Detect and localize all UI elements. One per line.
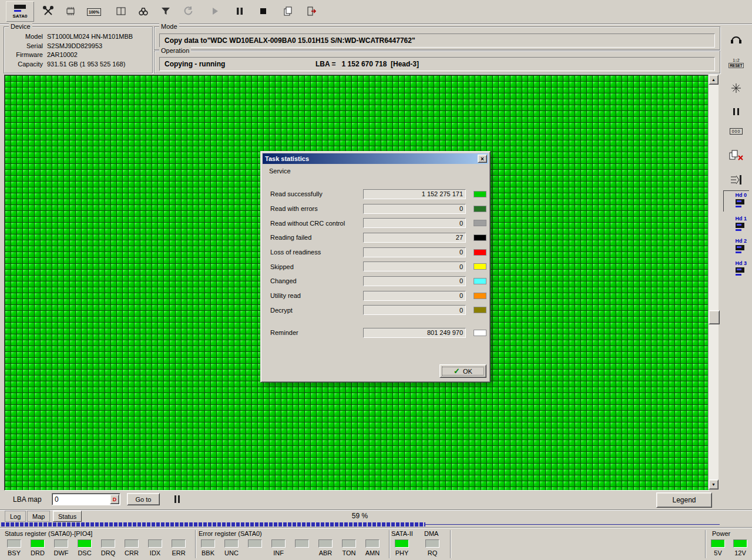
led-5v: 5V bbox=[709, 539, 727, 556]
scroll-down-button[interactable]: ▼ bbox=[709, 479, 719, 489]
stat-color-swatch bbox=[474, 263, 486, 270]
task-statistics-dialog: Task statistics × Service Read successfu… bbox=[260, 151, 491, 383]
hd3-button[interactable]: Hd 3 bbox=[723, 259, 749, 280]
jumper-settings-button[interactable]: 000 bbox=[723, 121, 749, 141]
device-serial-value: S2SMJ9DD829953 bbox=[47, 42, 102, 51]
ton-led bbox=[342, 539, 356, 548]
scroll-up-button[interactable]: ▲ bbox=[709, 75, 719, 85]
hd2-button[interactable]: Hd 2 bbox=[723, 236, 749, 257]
dec-hex-toggle-button[interactable]: D bbox=[110, 494, 119, 504]
legend-button[interactable]: Legend bbox=[656, 492, 712, 508]
hd1-button[interactable]: Hd 1 bbox=[723, 214, 749, 235]
device-panel: Device Model ST1000LM024 HN-M101MBB Seri… bbox=[4, 26, 153, 73]
stat-row-changed: Changed 0 bbox=[270, 274, 486, 289]
view-100-button[interactable]: 100% bbox=[85, 2, 103, 21]
binoculars-icon bbox=[137, 5, 149, 19]
reset-digits: 1↕2 bbox=[733, 58, 739, 63]
led-crr: CRR bbox=[122, 539, 141, 556]
device-field-model: Model ST1000LM024 HN-M101MBB bbox=[9, 32, 150, 42]
cancel-copy-button[interactable] bbox=[723, 146, 749, 166]
power-config-button[interactable] bbox=[723, 79, 749, 99]
stat-value-field: 0 bbox=[363, 291, 466, 301]
exit-door-icon bbox=[306, 5, 317, 19]
power-title: Power bbox=[712, 530, 730, 537]
activity-pause-indicator bbox=[174, 495, 182, 504]
sidebar-pause-button[interactable] bbox=[723, 102, 749, 122]
stat-value-field: 0 bbox=[363, 261, 466, 271]
copy-pages-icon bbox=[282, 5, 294, 19]
led-inf: INF bbox=[269, 539, 288, 556]
stat-color-swatch bbox=[474, 220, 486, 226]
abr-led bbox=[318, 539, 333, 548]
stat-row-read-with-errors: Read with errors 0 bbox=[270, 202, 486, 216]
operation-panel: Operation Copying - running LBA = 1 152 … bbox=[154, 51, 720, 73]
stat-color-swatch bbox=[474, 234, 486, 241]
arrow-up-icon: ▲ bbox=[711, 78, 716, 82]
filter-button[interactable] bbox=[156, 2, 175, 21]
led-phy: PHY bbox=[392, 539, 411, 556]
search-button[interactable] bbox=[134, 2, 153, 21]
refresh-button[interactable] bbox=[179, 2, 197, 21]
mode-text: Copy data to"WDC WD10EALX-009BA0 15.01H1… bbox=[164, 36, 415, 45]
exit-button[interactable] bbox=[302, 2, 321, 21]
register-status-bar: Status register (SATA0)-[PIO4] BSY DRD D… bbox=[0, 528, 752, 560]
acoustic-monitor-button[interactable] bbox=[723, 29, 749, 49]
funnel-filter-icon bbox=[160, 5, 172, 19]
headphones-icon bbox=[729, 33, 743, 46]
sata0-port-button[interactable]: SATA0 bbox=[6, 1, 34, 22]
idx-led bbox=[148, 539, 162, 548]
pause-icon bbox=[732, 108, 740, 117]
reset-button[interactable]: 1↕2 RESET bbox=[723, 53, 749, 73]
copy-button[interactable] bbox=[278, 2, 297, 21]
merge-transfer-button[interactable] bbox=[723, 170, 749, 190]
stat-value-field: 27 bbox=[363, 233, 466, 243]
hd0-label: Hd 0 bbox=[735, 192, 747, 198]
goto-button[interactable]: Go to bbox=[127, 493, 160, 505]
drq-led bbox=[101, 539, 115, 548]
stop-icon bbox=[257, 5, 269, 19]
stat-row-read-successfully: Read successfully 1 152 275 171 bbox=[270, 187, 486, 202]
main-toolbar: SATA0 100% bbox=[0, 0, 752, 24]
cancel-copy-icon bbox=[728, 149, 744, 163]
right-sidebar: 1↕2 RESET 000 Hd 0 Hd 1 Hd 2 Hd 3 bbox=[719, 26, 752, 490]
stat-color-swatch bbox=[474, 293, 486, 299]
bsy-led bbox=[7, 539, 21, 548]
led-drd: DRD bbox=[28, 539, 47, 556]
app-root: { "toolbar": { "sata_label": "SATA0", "v… bbox=[0, 0, 752, 560]
error-register-title: Error register (SATA0) bbox=[199, 530, 262, 537]
mode-text-field: Copy data to"WDC WD10EALX-009BA0 15.01H1… bbox=[159, 33, 715, 48]
drd-led bbox=[31, 539, 45, 548]
led-err: ERR bbox=[169, 539, 188, 556]
jumper-icon: 000 bbox=[730, 128, 743, 135]
led-bbk: BBK bbox=[199, 539, 217, 556]
ok-button[interactable]: ✓ OK bbox=[439, 364, 486, 378]
close-button[interactable]: × bbox=[478, 155, 487, 163]
dialog-titlebar[interactable]: Task statistics × bbox=[263, 153, 488, 164]
stat-color-swatch bbox=[474, 206, 486, 212]
map-scrollbar[interactable]: ▲ ▼ bbox=[708, 75, 719, 489]
check-icon: ✓ bbox=[454, 367, 460, 375]
split-view-button[interactable] bbox=[112, 2, 130, 21]
hd1-label: Hd 1 bbox=[735, 216, 747, 222]
pause-button[interactable] bbox=[230, 2, 249, 21]
status-register-group: Status register (SATA0)-[PIO4] BSY DRD D… bbox=[2, 530, 194, 559]
tools-button[interactable] bbox=[39, 2, 58, 21]
stat-value-field: 0 bbox=[363, 218, 466, 228]
dwf-led bbox=[54, 539, 68, 548]
operation-panel-title: Operation bbox=[159, 47, 191, 54]
scrollbar-thumb[interactable] bbox=[709, 310, 720, 324]
hd1-drive-icon bbox=[735, 222, 747, 234]
stat-color-swatch bbox=[474, 278, 486, 284]
lba-bar-divider bbox=[0, 509, 752, 511]
stop-button[interactable] bbox=[254, 2, 273, 21]
bbk-led bbox=[201, 539, 215, 548]
firmware-button[interactable] bbox=[61, 2, 80, 21]
lba-map-bar: LBA map D Go to Legend bbox=[0, 490, 719, 509]
unc-led bbox=[224, 539, 239, 548]
err-led bbox=[172, 539, 186, 548]
start-button[interactable] bbox=[206, 2, 224, 21]
hd0-button[interactable]: Hd 0 bbox=[723, 190, 749, 212]
stat-row-utility-read: Utility read 0 bbox=[270, 289, 486, 303]
dialog-title: Task statistics bbox=[265, 155, 309, 162]
stat-value-field: 0 bbox=[363, 276, 466, 286]
